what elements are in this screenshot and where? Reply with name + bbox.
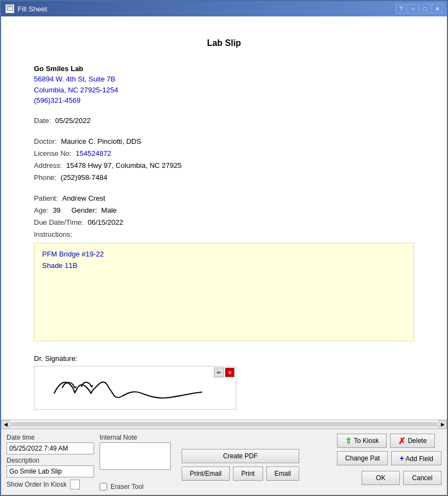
internal-note-area: Internal Note <box>100 434 171 470</box>
date-section: Date: 05/25/2022 <box>34 115 414 127</box>
internal-note-input[interactable] <box>100 442 171 470</box>
address-label: Address: <box>34 161 62 170</box>
instructions-box: PFM Bridge #19-22 Shade 11B <box>34 243 414 341</box>
doctor-section: Doctor: Maurice C. Pinciotti, DDS Licens… <box>34 136 414 184</box>
address-value: 15478 Hwy 97, Columbia, NC 27925 <box>66 161 182 170</box>
svg-rect-1 <box>8 7 12 7</box>
main-window: Fill Sheet ? − □ ✕ Lab Slip Go Smiles La… <box>0 0 448 496</box>
signature-box: ✏ ✕ <box>34 366 236 410</box>
due-date-row: Due Date/Time: 06/15/2022 <box>34 217 414 229</box>
scroll-area[interactable]: Lab Slip Go Smiles Lab 56894 W. 4th St, … <box>1 16 447 419</box>
signature-section: Dr. Signature: ✏ ✕ <box>34 354 414 410</box>
date-label: Date: <box>34 116 51 125</box>
instructions-line2: Shade 11B <box>42 260 406 272</box>
center-fields: Internal Note Eraser Tool <box>100 434 171 491</box>
minimize-button[interactable]: − <box>408 4 418 14</box>
due-value: 06/15/2022 <box>88 218 123 226</box>
gender-label: Gender: <box>71 206 97 214</box>
internal-note-label: Internal Note <box>100 434 171 441</box>
lab-address1: 56894 W. 4th St, Suite 7B <box>34 74 414 85</box>
age-label: Age: <box>34 206 49 214</box>
eraser-tool-checkbox[interactable] <box>100 483 107 491</box>
document: Lab Slip Go Smiles Lab 56894 W. 4th St, … <box>1 16 447 419</box>
description-group: Description <box>7 457 94 477</box>
phone-label: Phone: <box>34 173 56 182</box>
title-bar: Fill Sheet ? − □ ✕ <box>1 1 447 16</box>
svg-rect-3 <box>8 9 10 9</box>
patient-value: Andrew Crest <box>62 194 106 202</box>
patient-label: Patient: <box>34 194 58 202</box>
lab-address2: Columbia, NC 27925-1254 <box>34 85 414 96</box>
title-bar-controls: ? − □ ✕ <box>395 4 443 14</box>
scroll-right-button[interactable]: ▶ <box>438 420 447 429</box>
description-label: Description <box>7 457 94 464</box>
top-right-buttons: ⇧ To Kiosk ✗ Delete <box>337 434 441 448</box>
right-buttons-area: ⇧ To Kiosk ✗ Delete Change Pat <box>337 434 441 485</box>
bottom-panel: Date time Description Show Order In Kios… <box>1 428 447 495</box>
lab-info: Go Smiles Lab 56894 W. 4th St, Suite 7B … <box>34 65 414 106</box>
action-buttons-area: Create PDF Print/Email Print Email <box>182 434 299 481</box>
eraser-tool-label: Eraser Tool <box>110 483 143 491</box>
maximize-button[interactable]: □ <box>420 4 430 14</box>
lab-phone: (596)321-4569 <box>34 95 414 106</box>
document-title: Lab Slip <box>34 38 414 48</box>
instructions-label: Instructions: <box>34 230 72 238</box>
gender-value: Male <box>101 206 117 214</box>
doctor-label: Doctor: <box>34 137 57 145</box>
patient-row: Patient: Andrew Crest <box>34 192 414 205</box>
show-kiosk-row: Show Order In Kiosk <box>7 480 94 489</box>
doctor-row: Doctor: Maurice C. Pinciotti, DDS <box>34 136 414 148</box>
print-buttons-row: Print/Email Print Email <box>182 466 299 481</box>
middle-right-buttons: Change Pat + Add Field <box>337 451 441 465</box>
phone-row: Phone: (252)958-7484 <box>34 172 414 184</box>
horizontal-scrollbar: ◀ ▶ <box>1 419 447 428</box>
patient-section: Patient: Andrew Crest Age: 39 Gender: Ma… <box>34 192 414 341</box>
phone-value: (252)958-7484 <box>61 173 107 182</box>
age-gender-row: Age: 39 Gender: Male <box>34 205 414 217</box>
content-area: Lab Slip Go Smiles Lab 56894 W. 4th St, … <box>1 16 447 495</box>
eraser-tool-row: Eraser Tool <box>100 483 171 491</box>
help-button[interactable]: ? <box>395 4 406 14</box>
window-title: Fill Sheet <box>18 5 47 13</box>
add-field-button[interactable]: + Add Field <box>391 451 441 465</box>
license-value: 154524872 <box>75 149 111 157</box>
due-label: Due Date/Time: <box>34 218 84 226</box>
cancel-button[interactable]: Cancel <box>403 471 441 485</box>
age-value: 39 <box>53 206 60 214</box>
up-arrow-icon: ⇧ <box>345 436 352 445</box>
show-kiosk-checkbox[interactable] <box>70 480 80 489</box>
instructions-label-row: Instructions: <box>34 229 414 241</box>
app-icon <box>5 4 14 13</box>
email-button[interactable]: Email <box>266 466 299 481</box>
ok-button[interactable]: OK <box>362 471 400 485</box>
create-pdf-button[interactable]: Create PDF <box>182 449 299 463</box>
signature-label: Dr. Signature: <box>34 354 414 363</box>
lab-name: Go Smiles Lab <box>34 65 414 73</box>
delete-button[interactable]: ✗ Delete <box>390 434 435 448</box>
license-label: License No: <box>34 149 72 157</box>
license-row: License No: 154524872 <box>34 148 414 160</box>
delete-x-icon: ✗ <box>398 436 405 446</box>
date-value: 05/25/2022 <box>55 116 91 125</box>
scroll-left-button[interactable]: ◀ <box>1 420 10 429</box>
address-row: Address: 15478 Hwy 97, Columbia, NC 2792… <box>34 160 414 172</box>
bottom-panel-inner: Date time Description Show Order In Kios… <box>7 434 441 491</box>
signature-clear-button[interactable]: ✕ <box>225 367 235 377</box>
datetime-input[interactable] <box>7 442 94 454</box>
print-email-button[interactable]: Print/Email <box>182 466 230 481</box>
close-button[interactable]: ✕ <box>432 4 443 14</box>
instructions-line1: PFM Bridge #19-22 <box>42 249 406 260</box>
datetime-group: Date time <box>7 434 94 454</box>
doctor-value: Maurice C. Pinciotti, DDS <box>61 137 142 145</box>
to-kiosk-button[interactable]: ⇧ To Kiosk <box>337 434 387 448</box>
scroll-track[interactable] <box>11 422 437 427</box>
plus-icon: + <box>399 454 404 463</box>
description-input[interactable] <box>7 465 94 477</box>
change-pat-button[interactable]: Change Pat <box>337 451 388 465</box>
left-fields: Date time Description Show Order In Kios… <box>7 434 94 489</box>
signature-edit-button[interactable]: ✏ <box>214 367 224 377</box>
print-button[interactable]: Print <box>233 466 263 481</box>
signature-canvas <box>34 366 236 409</box>
bottom-right-buttons: OK Cancel <box>337 471 441 485</box>
show-kiosk-label: Show Order In Kiosk <box>7 481 67 488</box>
